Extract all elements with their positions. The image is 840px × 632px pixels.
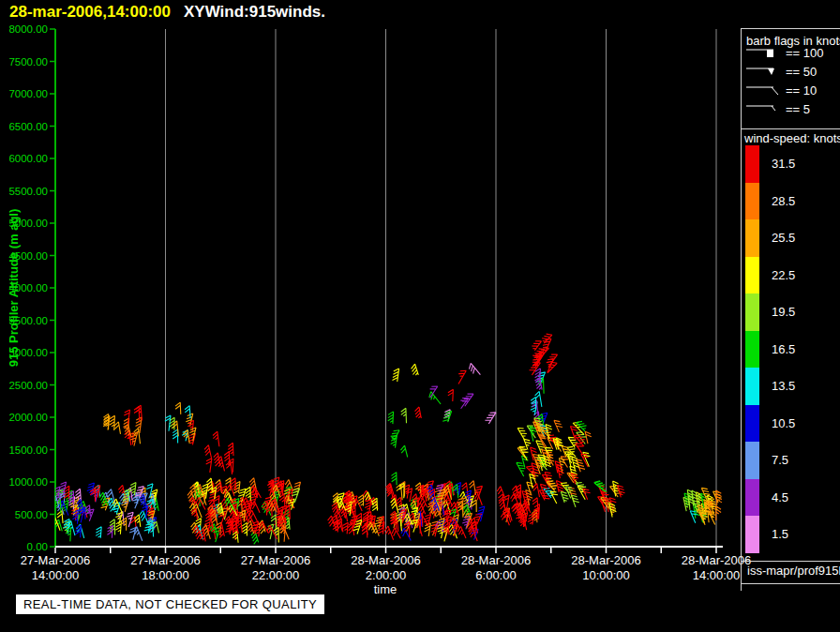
wind-barb	[453, 485, 458, 499]
colorbar-band-label: 13.5	[772, 379, 795, 393]
wind-barb	[214, 453, 220, 466]
colorbar-band	[745, 257, 759, 294]
wind-barb	[392, 473, 398, 486]
y-tick-label: 6000.00	[8, 153, 48, 164]
barb-legend-row: == 5	[744, 99, 810, 118]
x-tick-time-label: 22:00:00	[252, 568, 300, 582]
y-tick-label: 7500.00	[8, 56, 48, 68]
colorbar-band	[745, 331, 759, 369]
colorbar-band-label: 25.5	[772, 231, 795, 245]
y-tick-label: 0.00	[27, 541, 48, 552]
colorbar-band-label: 19.5	[772, 305, 795, 319]
y-tick-label: 7000.00	[8, 88, 48, 99]
x-tick-time-label: 2:00:00	[366, 568, 406, 582]
wind-barbs-layer	[52, 334, 722, 544]
wind-barb	[716, 506, 721, 521]
wind-barb	[133, 527, 142, 541]
legend-divider	[741, 28, 840, 29]
y-tick-label: 2000.00	[8, 412, 48, 423]
speed-legend-title: wind-speed: knots	[744, 131, 840, 145]
y-tick-label: 5500.00	[8, 186, 48, 197]
y-tick-label: 8000.00	[8, 23, 48, 35]
wind-barb	[175, 402, 181, 414]
x-axis: 27-Mar-200614:00:0027-Mar-200618:00:0027…	[21, 547, 751, 582]
wind-barb	[247, 520, 254, 534]
x-tick-time-label: 18:00:00	[142, 568, 189, 582]
wind-profile-chart: 0.00500.001000.001500.002000.002500.0030…	[0, 0, 840, 632]
barb-legend-label: == 100	[786, 46, 824, 60]
wind-barb	[571, 495, 579, 507]
wind-barb	[392, 528, 400, 538]
barb-legend-label: == 10	[786, 83, 817, 98]
wind-barb	[554, 420, 562, 432]
wind-barb	[231, 478, 236, 491]
wind-barb	[690, 511, 698, 523]
wind-barb	[561, 491, 568, 503]
colorbar-band	[745, 293, 759, 331]
wind-barb	[242, 522, 247, 535]
wind-barb	[578, 487, 585, 500]
y-axis-title: 915 Profiler Altitude (m agl)	[7, 209, 21, 368]
colorbar-band-label: 1.5	[772, 527, 788, 541]
legend-divider	[741, 128, 840, 129]
colorbar-band	[745, 219, 759, 257]
wind-barb	[239, 497, 247, 511]
gridlines	[166, 29, 717, 547]
full-barb-10-icon	[744, 83, 780, 98]
x-tick-date-label: 27-Mar-2006	[130, 553, 200, 567]
wind-barb	[425, 523, 431, 536]
wind-barb	[576, 444, 583, 454]
pennant-50-icon	[744, 64, 780, 79]
x-axis-title: time	[374, 582, 398, 596]
wind-barb	[458, 526, 466, 538]
y-tick-label: 6500.00	[8, 121, 48, 132]
colorbar-band	[745, 479, 759, 517]
barb-legend-row: == 10	[744, 81, 817, 99]
wind-barb	[372, 498, 378, 511]
colorbar-band-label: 16.5	[772, 342, 795, 356]
wind-barb	[391, 430, 399, 441]
wind-barb	[577, 421, 587, 431]
colorbar-band-label: 7.5	[772, 453, 788, 467]
y-tick-label: 2500.00	[8, 380, 48, 391]
colorbar-band-label: 28.5	[772, 194, 795, 208]
wind-barb	[185, 406, 190, 419]
wind-barb	[206, 459, 212, 473]
wind-barb	[568, 437, 578, 447]
colorbar-band	[745, 183, 759, 220]
wind-barb	[393, 369, 399, 382]
legend-border-line	[741, 28, 742, 591]
flag-100-icon	[744, 45, 780, 60]
x-tick-date-label: 28-Mar-2006	[571, 553, 640, 567]
wind-barb	[218, 457, 225, 472]
wind-barb	[204, 445, 212, 459]
wind-barb	[412, 364, 419, 375]
wind-barb	[415, 407, 422, 418]
y-tick-label: 1500.00	[8, 444, 48, 456]
y-tick-label: 500.00	[15, 509, 48, 520]
wind-barb	[115, 521, 121, 534]
wind-barb	[96, 527, 101, 538]
colorbar-band	[745, 145, 759, 183]
wind-barb	[342, 522, 348, 534]
y-tick-label: 1000.00	[8, 476, 48, 488]
legend-panel: barb flags in knots == 100 == 50 == 10 =…	[741, 0, 840, 632]
wind-barb	[127, 512, 133, 527]
wind-barb	[57, 511, 63, 524]
colorbar-band	[745, 442, 759, 479]
colorbar-band	[745, 516, 759, 553]
barb-legend-row: == 50	[744, 62, 817, 81]
wind-barb	[585, 431, 592, 444]
x-tick-time-label: 10:00:00	[582, 568, 630, 582]
wind-barb	[556, 481, 563, 492]
colorbar-band-label: 4.5	[772, 490, 788, 504]
x-tick-time-label: 14:00:00	[32, 568, 80, 582]
wind-barb	[114, 422, 121, 434]
colorbar-band	[745, 405, 759, 443]
wind-barb	[531, 447, 537, 460]
half-barb-5-icon	[744, 101, 780, 116]
legend-divider	[741, 583, 840, 584]
wind-barb	[172, 429, 177, 444]
wind-barb	[400, 445, 407, 457]
wind-barb	[148, 524, 154, 536]
